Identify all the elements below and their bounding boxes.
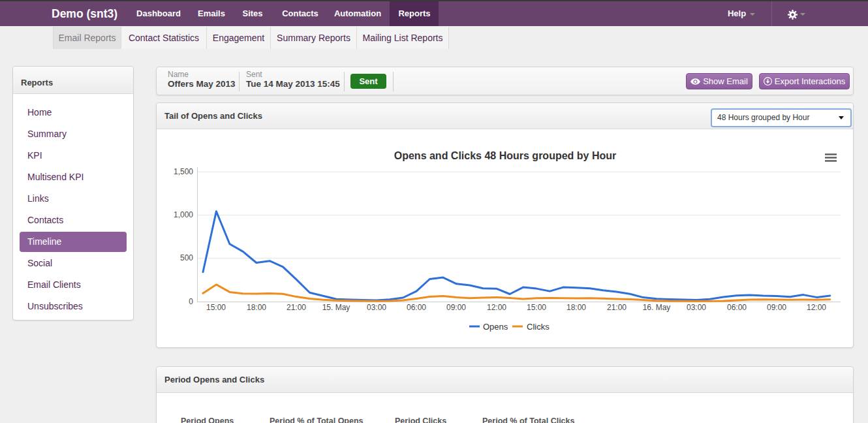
svg-text:06:00: 06:00 xyxy=(407,303,426,312)
svg-text:15:00: 15:00 xyxy=(206,303,226,312)
svg-text:09:00: 09:00 xyxy=(446,303,466,312)
svg-text:Clicks: Clicks xyxy=(527,322,550,332)
svg-text:12:00: 12:00 xyxy=(487,303,506,312)
svg-text:18:00: 18:00 xyxy=(566,303,586,312)
svg-text:12:00: 12:00 xyxy=(807,303,826,312)
svg-text:15:00: 15:00 xyxy=(527,303,546,312)
svg-text:Opens: Opens xyxy=(483,322,508,332)
svg-text:18:00: 18:00 xyxy=(247,303,266,312)
svg-text:0: 0 xyxy=(189,297,193,306)
svg-text:1,000: 1,000 xyxy=(174,210,193,219)
svg-text:21:00: 21:00 xyxy=(607,303,627,312)
svg-text:500: 500 xyxy=(180,253,193,262)
svg-text:1,500: 1,500 xyxy=(174,167,193,176)
svg-text:15. May: 15. May xyxy=(322,303,350,312)
svg-text:09:00: 09:00 xyxy=(767,303,786,312)
svg-text:Opens and Clicks 48 Hours grou: Opens and Clicks 48 Hours grouped by Hou… xyxy=(394,150,617,161)
svg-text:03:00: 03:00 xyxy=(367,303,386,312)
svg-text:16. May: 16. May xyxy=(643,303,671,312)
svg-text:06:00: 06:00 xyxy=(727,303,747,312)
svg-text:03:00: 03:00 xyxy=(687,303,706,312)
svg-text:21:00: 21:00 xyxy=(287,303,306,312)
